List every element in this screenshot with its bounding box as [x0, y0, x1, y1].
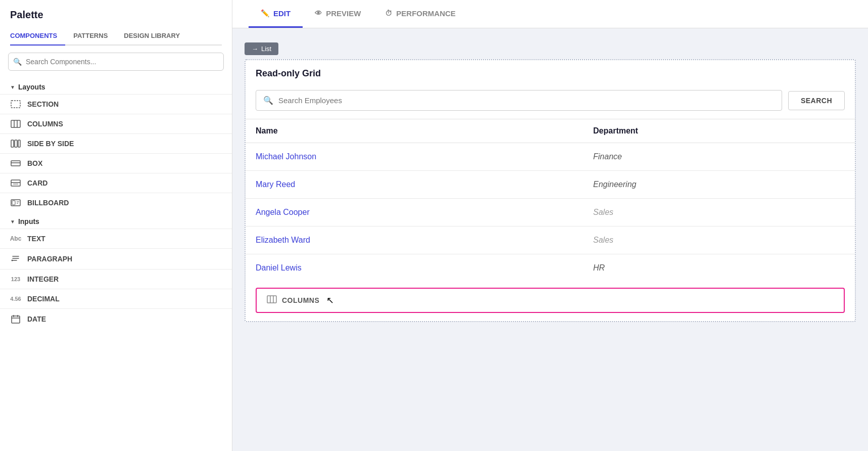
cursor-icon: ↖: [326, 295, 334, 306]
component-search[interactable]: 🔍: [8, 53, 224, 71]
palette-item-card-label: CARD: [27, 179, 47, 187]
palette-item-decimal-label: DECIMAL: [27, 295, 60, 303]
tab-patterns[interactable]: PATTERNS: [73, 28, 116, 46]
side-by-side-icon: [10, 140, 21, 148]
svg-point-16: [12, 260, 13, 261]
section-icon: [10, 100, 21, 108]
palette-content: ▼ Layouts SECTION COLUMNS: [0, 78, 232, 451]
palette-item-paragraph[interactable]: PARAGRAPH: [0, 248, 232, 269]
inputs-section-header[interactable]: ▼ Inputs: [0, 212, 232, 229]
palette-item-decimal[interactable]: 4.56 DECIMAL: [0, 289, 232, 308]
component-box: Read-only Grid 🔍 SEARCH Name Department: [245, 59, 856, 322]
table-row: Michael Johnson Finance: [246, 143, 855, 171]
svg-rect-4: [11, 140, 14, 147]
svg-rect-21: [267, 296, 276, 303]
table-row: Mary Reed Engineering: [246, 171, 855, 199]
grid-search-row: 🔍 SEARCH: [246, 84, 855, 119]
integer-icon: 123: [10, 276, 21, 282]
billboard-icon: [10, 199, 21, 207]
grid-search-field[interactable]: [278, 96, 775, 105]
text-icon: Abc: [10, 235, 21, 242]
svg-rect-5: [15, 140, 17, 147]
table-row: Daniel Lewis HR: [246, 254, 855, 282]
table-row: Elizabeth Ward Sales: [246, 227, 855, 254]
svg-rect-13: [12, 201, 15, 205]
card-icon: [10, 179, 21, 187]
sidebar: Palette COMPONENTS PATTERNS DESIGN LIBRA…: [0, 0, 232, 451]
palette-item-date[interactable]: DATE: [0, 308, 232, 329]
inputs-label: Inputs: [18, 217, 39, 225]
row-dept-4: HR: [583, 254, 855, 282]
palette-item-section[interactable]: SECTION: [0, 94, 232, 114]
tab-edit[interactable]: ✏️ EDIT: [249, 0, 303, 28]
column-header-department: Department: [583, 119, 855, 143]
row-dept-1: Engineering: [583, 171, 855, 199]
palette-item-box-label: BOX: [27, 159, 42, 167]
columns-drag-icon: [267, 295, 277, 305]
layouts-chevron-icon: ▼: [10, 84, 15, 90]
palette-item-text[interactable]: Abc TEXT: [0, 229, 232, 248]
row-name-0[interactable]: Michael Johnson: [246, 143, 583, 171]
breadcrumb[interactable]: → List: [245, 42, 278, 55]
palette-item-billboard-label: BILLBOARD: [27, 199, 69, 207]
row-name-2[interactable]: Angela Cooper: [246, 199, 583, 227]
breadcrumb-label: List: [261, 45, 271, 53]
svg-rect-7: [11, 161, 20, 166]
main-area: ✏️ EDIT 👁 PREVIEW ⏱ PERFORMANCE → List R…: [232, 0, 868, 451]
tab-preview-label: PREVIEW: [326, 9, 361, 18]
column-header-name: Name: [246, 119, 583, 143]
edit-icon: ✏️: [261, 9, 269, 17]
date-icon: [10, 314, 21, 324]
palette-item-integer[interactable]: 123 INTEGER: [0, 269, 232, 289]
layouts-label: Layouts: [18, 83, 45, 91]
palette-item-side-by-side[interactable]: SIDE BY SIDE: [0, 133, 232, 153]
tab-edit-label: EDIT: [273, 9, 291, 18]
sidebar-tabs: COMPONENTS PATTERNS DESIGN LIBRARY: [10, 28, 222, 46]
palette-item-columns[interactable]: COLUMNS: [0, 114, 232, 133]
table-row: Angela Cooper Sales: [246, 199, 855, 227]
grid-search-input-wrapper[interactable]: 🔍: [256, 90, 782, 111]
row-dept-2: Sales: [583, 199, 855, 227]
palette-item-card[interactable]: CARD: [0, 173, 232, 193]
grid-search-icon: 🔍: [263, 96, 273, 105]
row-name-4[interactable]: Daniel Lewis: [246, 254, 583, 282]
grid-table: Name Department Michael Johnson Finance …: [246, 119, 855, 282]
search-button[interactable]: SEARCH: [788, 91, 845, 110]
tab-preview[interactable]: 👁 PREVIEW: [303, 0, 373, 28]
inputs-chevron-icon: ▼: [10, 219, 15, 224]
palette-item-paragraph-label: PARAGRAPH: [27, 255, 72, 263]
tab-performance[interactable]: ⏱ PERFORMANCE: [373, 0, 468, 28]
tab-design-library[interactable]: DESIGN LIBRARY: [124, 28, 188, 46]
row-dept-3: Sales: [583, 227, 855, 254]
palette-item-billboard[interactable]: BILLBOARD: [0, 193, 232, 212]
columns-icon: [10, 120, 21, 128]
palette-item-section-label: SECTION: [27, 100, 59, 108]
palette-item-side-by-side-label: SIDE BY SIDE: [27, 140, 74, 148]
layouts-section-header[interactable]: ▼ Layouts: [0, 78, 232, 94]
sidebar-header: Palette COMPONENTS PATTERNS DESIGN LIBRA…: [0, 0, 232, 53]
columns-drag-label: COLUMNS: [282, 296, 319, 304]
palette-title: Palette: [10, 9, 222, 21]
preview-icon: 👁: [315, 9, 322, 17]
svg-rect-6: [18, 140, 20, 147]
tab-performance-label: PERFORMANCE: [396, 9, 456, 18]
columns-drag-indicator[interactable]: COLUMNS ↖: [256, 288, 845, 313]
svg-rect-9: [11, 180, 20, 186]
tab-components[interactable]: COMPONENTS: [10, 28, 65, 46]
svg-rect-17: [12, 316, 20, 323]
row-name-1[interactable]: Mary Reed: [246, 171, 583, 199]
paragraph-icon: [10, 254, 21, 263]
palette-item-date-label: DATE: [27, 315, 46, 323]
palette-item-text-label: TEXT: [27, 235, 45, 243]
box-icon: [10, 159, 21, 167]
table-header-row: Name Department: [246, 119, 855, 143]
component-title: Read-only Grid: [246, 60, 855, 84]
row-name-3[interactable]: Elizabeth Ward: [246, 227, 583, 254]
performance-icon: ⏱: [385, 9, 392, 17]
svg-rect-0: [11, 101, 20, 108]
search-input[interactable]: [8, 53, 224, 71]
svg-rect-1: [11, 120, 20, 127]
top-tabs-bar: ✏️ EDIT 👁 PREVIEW ⏱ PERFORMANCE: [232, 0, 868, 28]
palette-item-box[interactable]: BOX: [0, 153, 232, 173]
palette-item-integer-label: INTEGER: [27, 275, 59, 283]
